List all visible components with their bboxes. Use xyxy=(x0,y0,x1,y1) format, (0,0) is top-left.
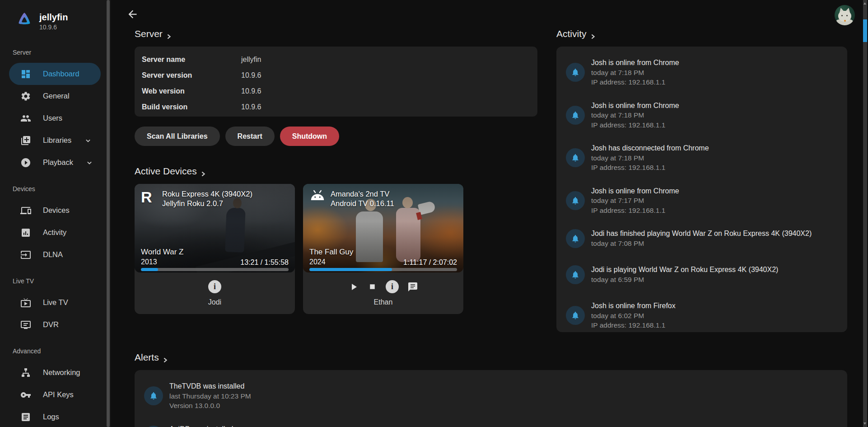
jellyfin-logo-icon xyxy=(17,12,32,31)
sidebar-item-label: Libraries xyxy=(43,136,71,145)
activity-heading[interactable]: Activity xyxy=(556,28,596,39)
server-info-row: Server version 10.9.6 xyxy=(142,67,530,83)
device-client: Jellyfin Roku 2.0.7 xyxy=(162,199,252,208)
sidebar: jellyfin 10.9.6 Server Dashboard General… xyxy=(0,0,111,427)
sidebar-item-devices[interactable]: Devices xyxy=(0,199,111,221)
activity-title: Jodi is playing World War Z on Roku Expr… xyxy=(591,265,778,275)
activity-detail: IP address: 192.168.1.1 xyxy=(591,77,679,87)
input-icon xyxy=(20,249,31,260)
user-avatar[interactable] xyxy=(835,5,855,25)
info-icon[interactable]: i xyxy=(386,280,399,293)
alert-title: TheTVDB was installed xyxy=(169,381,251,391)
session-user: Ethan xyxy=(374,298,393,306)
now-playing-backdrop: Amanda's 2nd TV Android TV 0.16.11 The F… xyxy=(303,184,463,272)
server-section-heading[interactable]: Server xyxy=(135,28,172,39)
section-title: Server xyxy=(135,28,163,39)
alert-title: AniDB was installed xyxy=(169,424,233,427)
back-button[interactable] xyxy=(126,8,140,22)
sidebar-item-dlna[interactable]: DLNA xyxy=(0,244,111,266)
shutdown-button[interactable]: Shutdown xyxy=(280,127,339,146)
main-scrollbar[interactable] xyxy=(863,0,867,427)
activity-time: today at 6:02 PM xyxy=(591,311,676,321)
message-icon[interactable] xyxy=(407,282,418,292)
info-icon[interactable]: i xyxy=(208,280,221,293)
bell-icon xyxy=(566,63,585,82)
active-devices-heading[interactable]: Active Devices xyxy=(135,166,206,177)
alerts-heading[interactable]: Alerts xyxy=(135,352,168,363)
roku-logo-icon: R xyxy=(141,189,156,205)
section-title: Activity xyxy=(556,28,587,39)
device-client: Android TV 0.16.11 xyxy=(331,199,394,208)
activity-title: Josh is online from Chrome xyxy=(591,58,679,68)
device-card-footer: i Jodi xyxy=(135,272,295,314)
web-version-label: Web version xyxy=(142,87,241,95)
app-title: jellyfin xyxy=(39,12,68,23)
playback-progress-fill xyxy=(141,268,158,271)
activity-card: Josh is online from Chrome today at 7:18… xyxy=(556,47,847,332)
sidebar-item-dashboard[interactable]: Dashboard xyxy=(9,63,101,85)
web-version-value: 10.9.6 xyxy=(241,87,261,95)
server-version-label: Server version xyxy=(142,71,241,80)
now-playing-backdrop: R Roku Express 4K (3940X2) Jellyfin Roku… xyxy=(135,184,295,272)
device-card-android-tv[interactable]: Amanda's 2nd TV Android TV 0.16.11 The F… xyxy=(303,184,463,314)
network-icon xyxy=(20,367,31,378)
activity-time: today at 7:08 PM xyxy=(591,239,812,249)
media-year: 2024 xyxy=(309,257,353,267)
chevron-down-icon[interactable] xyxy=(84,136,93,145)
media-year: 2013 xyxy=(141,257,183,267)
activity-time: today at 7:18 PM xyxy=(591,153,709,163)
scrollbar-down-icon[interactable] xyxy=(863,422,866,425)
server-info-row: Web version 10.9.6 xyxy=(142,83,530,99)
play-icon[interactable] xyxy=(348,282,359,292)
sidebar-item-label: Users xyxy=(43,114,62,122)
server-name-value: jellyfin xyxy=(241,56,261,64)
sidebar-section-livetv: Live TV xyxy=(0,277,111,285)
sidebar-item-playback[interactable]: Playback xyxy=(0,151,111,174)
sidebar-item-networking[interactable]: Networking xyxy=(0,361,111,384)
stop-icon[interactable] xyxy=(368,282,377,291)
sidebar-item-label: Live TV xyxy=(43,298,68,307)
activity-entry: Josh is online from Chrome today at 7:17… xyxy=(566,186,838,216)
playback-time: 1:11:17 / 2:07:02 xyxy=(403,258,457,267)
restart-button[interactable]: Restart xyxy=(225,127,275,146)
logs-icon xyxy=(20,412,31,422)
bell-icon xyxy=(566,148,585,167)
bell-icon xyxy=(566,306,585,325)
sidebar-item-label: Playback xyxy=(43,158,73,167)
sidebar-item-users[interactable]: Users xyxy=(0,107,111,129)
bell-icon xyxy=(566,265,585,284)
sidebar-item-api-keys[interactable]: API Keys xyxy=(0,384,111,406)
sidebar-item-libraries[interactable]: Libraries xyxy=(0,129,111,151)
sidebar-item-activity[interactable]: Activity xyxy=(0,221,111,244)
device-name: Amanda's 2nd TV xyxy=(331,189,394,199)
sidebar-scrollbar[interactable] xyxy=(107,0,110,427)
bell-icon xyxy=(566,229,585,248)
sidebar-item-label: General xyxy=(43,92,70,100)
sidebar-item-live-tv[interactable]: Live TV xyxy=(0,291,111,314)
section-title: Alerts xyxy=(135,352,159,363)
key-icon xyxy=(20,389,31,400)
activity-entry: Josh is online from Chrome today at 7:18… xyxy=(566,58,838,87)
activity-title: Josh is online from Chrome xyxy=(591,186,679,196)
media-title: The Fall Guy xyxy=(309,247,353,257)
device-card-roku[interactable]: R Roku Express 4K (3940X2) Jellyfin Roku… xyxy=(135,184,295,314)
live-tv-icon xyxy=(20,297,31,308)
scrollbar-up-icon[interactable] xyxy=(863,2,866,5)
sidebar-item-general[interactable]: General xyxy=(0,85,111,107)
sidebar-scrollbar-thumb[interactable] xyxy=(107,0,110,427)
sidebar-item-label: Logs xyxy=(43,413,59,421)
scan-all-libraries-button[interactable]: Scan All Libraries xyxy=(135,127,220,146)
alert-time: last Thursday at 10:23 PM xyxy=(169,391,251,401)
sidebar-item-label: Dashboard xyxy=(43,70,79,78)
main-scrollbar-thumb[interactable] xyxy=(863,19,867,42)
alert-entry: TheTVDB was installed last Thursday at 1… xyxy=(144,381,838,411)
sidebar-item-dvr[interactable]: DVR xyxy=(0,314,111,336)
activity-entry: Jodi is playing World War Z on Roku Expr… xyxy=(566,265,838,284)
sidebar-item-logs[interactable]: Logs xyxy=(0,406,111,427)
playback-time: 13:21 / 1:55:58 xyxy=(240,258,289,267)
activity-time: today at 7:18 PM xyxy=(591,110,679,120)
media-title: World War Z xyxy=(141,247,183,257)
activity-chart-icon xyxy=(20,227,31,238)
library-add-icon xyxy=(20,135,31,146)
chevron-down-icon[interactable] xyxy=(85,158,94,167)
